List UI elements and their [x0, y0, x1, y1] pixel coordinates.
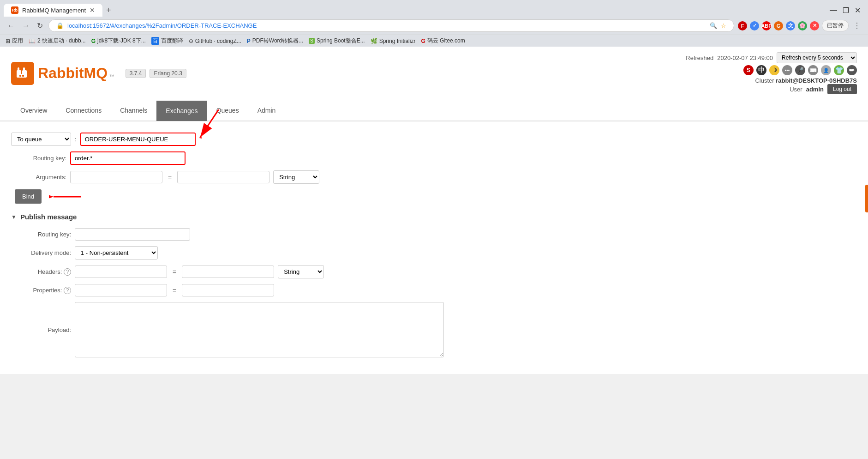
argument-type-select[interactable]: String Integer Boolean — [273, 170, 319, 184]
browser-actions: F ✓ ABP G 文 🌸 ✕ 已暂停 ⋮ — [738, 19, 862, 32]
zh-cluster-icon[interactable]: 中 — [756, 65, 766, 75]
check-extension-icon[interactable]: ✓ — [750, 21, 759, 30]
bookmark-dubbo-label: 2 快速启动 · dubb... — [37, 37, 86, 45]
bookmark-initializr[interactable]: 🌿 Spring Initializr — [371, 38, 416, 44]
search-icon: 🔍 — [710, 22, 717, 29]
properties-value-input[interactable] — [182, 284, 274, 296]
person-cluster-icon[interactable]: 👤 — [821, 65, 831, 75]
reload-button[interactable]: ↻ — [35, 19, 45, 32]
tab-overview[interactable]: Overview — [11, 100, 56, 121]
tab-favicon: Rb — [11, 6, 18, 14]
maximize-button[interactable]: ❐ — [843, 6, 849, 15]
tab-admin[interactable]: Admin — [248, 100, 285, 121]
rabbit-svg-icon — [16, 66, 30, 80]
bookmark-apps[interactable]: ⊞ 应用 — [6, 37, 23, 45]
arrow-annotation-1 — [182, 109, 237, 142]
to-queue-select[interactable]: To queue To exchange — [11, 133, 71, 146]
jdk-icon: G — [91, 38, 96, 44]
rmq-header: RabbitMQ ™ 3.7.4 Erlang 20.3 Refreshed 2… — [0, 47, 868, 100]
pen-cluster-icon[interactable]: ✏ — [847, 65, 857, 75]
delivery-mode-select[interactable]: 1 - Non-persistent 2 - Persistent — [75, 246, 158, 260]
publish-routing-key-row: Routing key: — [11, 228, 857, 241]
headers-equals: = — [171, 268, 178, 276]
lock-icon: 🔒 — [56, 22, 64, 29]
delivery-mode-label: Delivery mode: — [11, 249, 71, 256]
refresh-info: Refreshed 2020-02-07 23:49:00 Refresh ev… — [686, 52, 857, 63]
tab-close-button[interactable]: ✕ — [90, 6, 95, 14]
bind-button[interactable]: Bind — [15, 189, 42, 204]
bookmark-icon[interactable]: ☆ — [721, 22, 726, 29]
payload-textarea[interactable] — [75, 302, 444, 357]
mic-cluster-icon[interactable]: 🎤 — [795, 65, 805, 75]
cluster-name: rabbit@DESKTOP-0SHDB7S — [776, 77, 857, 84]
headers-key-input[interactable] — [75, 266, 167, 278]
kb-cluster-icon[interactable]: ⌨ — [808, 65, 818, 75]
tab-bar: Rb RabbitMQ Management ✕ + — ❐ ✕ — [0, 0, 868, 17]
cluster-label: Cluster — [755, 77, 774, 84]
to-queue-row: To queue To exchange : * — [11, 133, 857, 146]
extensions-button[interactable]: ⋮ — [851, 19, 862, 32]
arguments-row: Arguments: = String Integer Boolean — [11, 170, 857, 184]
routing-key-input[interactable] — [70, 151, 186, 165]
bookmarks-bar: ⊞ 应用 📖 2 快速启动 · dubb... G jdk8下载-JDK 8下.… — [0, 35, 868, 47]
moon-cluster-icon[interactable]: ☽ — [769, 65, 779, 75]
g-extension-icon[interactable]: G — [774, 21, 783, 30]
bookmark-gitee[interactable]: G 码云 Gitee.com — [421, 37, 465, 45]
pdf-icon: P — [247, 38, 251, 44]
photos-icon[interactable]: 🌸 — [798, 21, 807, 30]
abp-extension-icon[interactable]: ABP — [762, 21, 771, 30]
s-cluster-icon[interactable]: S — [743, 65, 754, 75]
properties-label-text: Properties: — [33, 287, 62, 294]
tab-connections[interactable]: Connections — [56, 100, 111, 121]
bookmark-pdf[interactable]: P PDF转Word转换器... — [247, 37, 303, 45]
collapse-icon[interactable]: ▼ — [11, 214, 17, 220]
url-box[interactable]: 🔒 localhost:15672/#/exchanges/%2Fadmin/O… — [48, 19, 734, 32]
x-extension-icon[interactable]: ✕ — [810, 21, 819, 30]
argument-value-input[interactable] — [177, 171, 269, 183]
paused-button[interactable]: 已暂停 — [822, 20, 849, 31]
bookmark-translate[interactable]: 百 百度翻译 — [151, 37, 183, 45]
bookmark-dubbo[interactable]: 📖 2 快速启动 · dubb... — [29, 37, 86, 45]
bookmark-jdk[interactable]: G jdk8下载-JDK 8下... — [91, 37, 146, 45]
headers-help-icon[interactable]: ? — [64, 268, 71, 276]
shirt-cluster-icon[interactable]: 👕 — [834, 65, 844, 75]
refreshed-time: 2020-02-07 23:49:00 — [717, 54, 773, 61]
spring-icon: S — [309, 38, 315, 44]
logout-button[interactable]: Log out — [827, 84, 857, 94]
new-tab-button[interactable]: + — [106, 6, 111, 15]
f-extension-icon[interactable]: F — [738, 21, 747, 30]
refreshed-label: Refreshed — [686, 54, 713, 61]
publish-routing-key-input[interactable] — [75, 228, 190, 241]
headers-value-input[interactable] — [182, 266, 274, 278]
leaf-icon: 🌿 — [371, 38, 377, 44]
refresh-select[interactable]: Refresh every 5 seconds Refresh every 10… — [777, 52, 857, 63]
bind-button-row: Bind — [11, 189, 857, 204]
equals-sign: = — [166, 174, 174, 181]
close-button[interactable]: ✕ — [855, 6, 861, 15]
bookmark-pdf-label: PDF转Word转换器... — [252, 37, 303, 45]
back-button[interactable]: ← — [6, 20, 17, 32]
scroll-indicator — [865, 185, 868, 212]
properties-help-icon[interactable]: ? — [64, 287, 71, 294]
translate-icon[interactable]: 文 — [786, 21, 795, 30]
headers-type-select[interactable]: String Integer Boolean — [278, 265, 324, 278]
bookmark-github[interactable]: ⊙ GitHub · codingZ... — [189, 38, 241, 44]
svg-rect-4 — [22, 75, 24, 77]
bookmark-github-label: GitHub · codingZ... — [195, 38, 241, 44]
bookmark-spring[interactable]: S Spring Boot整合E... — [309, 37, 365, 45]
properties-key-input[interactable] — [75, 284, 167, 296]
routing-key-label: Routing key: — [11, 155, 66, 162]
dot-cluster-icon[interactable]: ••• — [782, 65, 792, 75]
payload-row: Payload: — [11, 302, 857, 357]
bind-section: To queue To exchange : * — [11, 133, 857, 204]
colon-separator: : — [75, 136, 77, 143]
minimize-button[interactable]: — — [830, 6, 837, 15]
tab-channels[interactable]: Channels — [111, 100, 156, 121]
svg-line-8 — [200, 109, 219, 137]
argument-key-input[interactable] — [70, 171, 162, 183]
rmq-logo-text: RabbitMQ — [38, 65, 108, 81]
user-name: admin — [806, 86, 824, 93]
active-tab[interactable]: Rb RabbitMQ Management ✕ — [4, 4, 102, 17]
queue-name-input[interactable] — [80, 133, 196, 146]
forward-button[interactable]: → — [20, 20, 31, 32]
